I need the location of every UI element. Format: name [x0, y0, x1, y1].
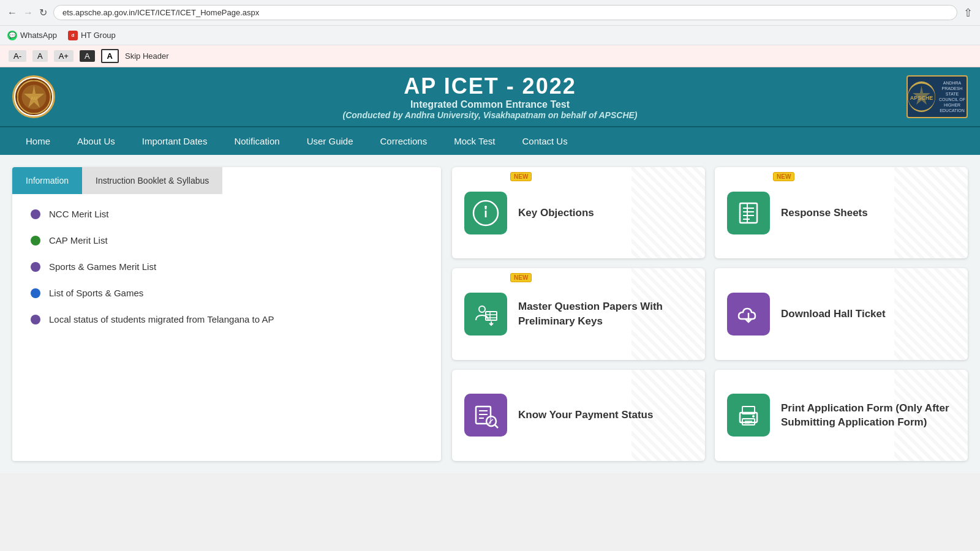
browser-bar: ← → ↻ ets.apsche.ap.gov.in/ICET/ICET/ICE…	[0, 0, 980, 26]
font-normal-btn[interactable]: A	[32, 50, 48, 62]
nav-mock-test[interactable]: Mock Test	[440, 127, 508, 155]
print-application-label: Print Application Form (Only After Submi…	[781, 401, 956, 430]
key-objections-icon: i	[464, 192, 507, 234]
master-question-icon	[464, 293, 507, 335]
list-item[interactable]: Local status of students migrated from T…	[31, 314, 423, 324]
download-hall-label: Download Hall Ticket	[781, 307, 886, 321]
bookmark-whatsapp[interactable]: 💬 WhatsApp	[7, 31, 57, 40]
right-logo: APSCHE ANDHRA PRADESH STATECOUNCIL OF HI…	[907, 75, 968, 118]
tab-syllabus[interactable]: Instruction Booklet & Syllabus	[82, 167, 222, 194]
bookmarks-bar: 💬 WhatsApp d HT Group	[0, 26, 980, 45]
bullet-icon	[31, 236, 40, 246]
download-hall-icon	[727, 293, 770, 335]
list-item[interactable]: NCC Merit List	[31, 209, 423, 219]
left-panel: Information Instruction Booklet & Syllab…	[12, 167, 441, 461]
nav-dates[interactable]: Important Dates	[129, 127, 221, 155]
nav-notification[interactable]: Notification	[221, 127, 293, 155]
skip-header-btn[interactable]: Skip Header	[125, 51, 169, 61]
url-bar[interactable]: ets.apsche.ap.gov.in/ICET/ICET/ICET_Home…	[53, 5, 957, 20]
new-badge-master: NEW	[510, 273, 532, 282]
card-print-application[interactable]: Print Application Form (Only After Submi…	[715, 370, 968, 461]
back-icon[interactable]: ←	[7, 7, 17, 18]
card-response-sheets[interactable]: Response Sheets NEW	[715, 167, 968, 258]
bullet-icon	[31, 288, 40, 298]
font-increase-btn[interactable]: A+	[54, 50, 74, 62]
share-icon[interactable]: ⇧	[963, 6, 973, 20]
font-decrease-btn[interactable]: A-	[9, 50, 26, 62]
nav-guide[interactable]: User Guide	[293, 127, 367, 155]
new-badge-key-obj: NEW	[510, 172, 532, 181]
forward-icon[interactable]: →	[23, 7, 33, 18]
reload-icon[interactable]: ↻	[39, 7, 47, 18]
nav-corrections[interactable]: Corrections	[367, 127, 441, 155]
list-item[interactable]: CAP Merit List	[31, 235, 423, 246]
left-logo: AU	[12, 75, 55, 118]
ht-icon: d	[68, 31, 78, 40]
list-item[interactable]: Sports & Games Merit List	[31, 261, 423, 272]
content-area: Information Instruction Booklet & Syllab…	[0, 155, 980, 473]
main-nav: Home About Us Important Dates Notificati…	[0, 126, 980, 155]
response-sheets-icon	[727, 192, 770, 234]
bullet-icon	[31, 209, 40, 219]
card-key-objections[interactable]: i Key Objections NEW	[452, 167, 705, 258]
whatsapp-icon: 💬	[7, 31, 17, 40]
header-title: AP ICET - 2022 Integrated Common Entranc…	[343, 73, 638, 120]
print-application-icon	[727, 394, 770, 437]
nav-about[interactable]: About Us	[64, 127, 129, 155]
new-badge-response: NEW	[773, 172, 794, 181]
accessibility-bar: A- A A+ A A Skip Header	[0, 45, 980, 67]
response-sheets-label: Response Sheets	[781, 206, 868, 220]
list-item[interactable]: List of Sports & Games	[31, 288, 423, 298]
bullet-icon	[31, 315, 40, 324]
tab-bar: Information Instruction Booklet & Syllab…	[12, 167, 441, 194]
svg-rect-10	[740, 203, 757, 223]
payment-status-icon	[464, 394, 507, 437]
card-payment-status[interactable]: Know Your Payment Status	[452, 370, 705, 461]
svg-line-28	[495, 425, 498, 428]
svg-point-16	[479, 306, 485, 312]
nav-contact[interactable]: Contact Us	[508, 127, 581, 155]
svg-rect-17	[486, 312, 497, 320]
card-download-hall[interactable]: Download Hall Ticket	[715, 268, 968, 359]
nav-home[interactable]: Home	[12, 127, 64, 155]
card-master-question[interactable]: Master Question Papers With Preliminary …	[452, 268, 705, 359]
svg-point-9	[484, 206, 487, 208]
info-list: NCC Merit List CAP Merit List Sports & G…	[12, 194, 441, 355]
bullet-icon	[31, 262, 40, 272]
key-objections-label: Key Objections	[518, 206, 594, 220]
font-dark-btn[interactable]: A	[80, 50, 95, 62]
master-question-label: Master Question Papers With Preliminary …	[518, 299, 693, 329]
payment-status-label: Know Your Payment Status	[518, 408, 653, 422]
font-outline-btn[interactable]: A	[101, 49, 119, 63]
tab-information[interactable]: Information	[12, 167, 82, 194]
svg-point-36	[752, 415, 755, 418]
cards-grid: i Key Objections NEW Response Sheets	[452, 167, 968, 461]
svg-text:i: i	[484, 206, 488, 220]
site-header: AU AP ICET - 2022 Integrated Common Entr…	[0, 67, 980, 126]
bookmark-ht-group[interactable]: d HT Group	[68, 31, 116, 40]
